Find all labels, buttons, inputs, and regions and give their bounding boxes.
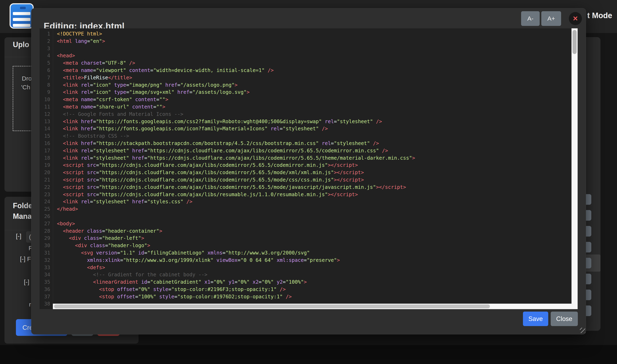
line-number: 18 xyxy=(40,154,53,162)
folder-tree-toggle[interactable]: [-] xyxy=(16,233,21,240)
line-number: 32 xyxy=(40,257,53,264)
code-line: 14 <link href="https://fonts.googleapis.… xyxy=(40,125,572,132)
upload-card-title: Uplo xyxy=(13,40,29,49)
line-number: 15 xyxy=(40,132,53,140)
line-number: 25 xyxy=(40,205,53,213)
line-number: 35 xyxy=(40,278,53,286)
line-number: 4 xyxy=(40,52,53,59)
close-icon[interactable]: ✕ xyxy=(569,12,582,25)
line-number: 6 xyxy=(40,67,53,74)
code-line: 32 xmlns:xlink="http://www.w3.org/1999/x… xyxy=(40,257,572,264)
line-number: 37 xyxy=(40,293,53,300)
logo-drawer-bar xyxy=(13,24,30,27)
code-line: 34 <!-- Gradient for the cabinet body --… xyxy=(40,271,572,278)
code-line: 22 <script src="https://cdnjs.cloudflare… xyxy=(40,183,572,191)
line-number: 3 xyxy=(40,45,53,52)
code-line: 23 <script src="https://cdnjs.cloudflare… xyxy=(40,191,572,198)
line-number: 11 xyxy=(40,103,53,111)
line-number: 20 xyxy=(40,169,53,176)
dropzone-text: Dro xyxy=(22,75,32,82)
code-line: 36 <stop offset="0%" style="stop-color:#… xyxy=(40,286,572,293)
line-number: 26 xyxy=(40,213,53,220)
code-line: 16 <link href="https://stackpath.bootstr… xyxy=(40,140,572,147)
code-line: 1<!DOCTYPE html> xyxy=(40,30,572,38)
logo-drawer-bar xyxy=(13,18,30,21)
line-number: 5 xyxy=(40,59,53,67)
font-increase-button[interactable]: A+ xyxy=(541,11,561,26)
edit-file-modal: Editing: index.html A- A+ ✕ 1<!DOCTYPE h… xyxy=(31,8,586,334)
code-line: 35 <linearGradient id="cabinetGradient" … xyxy=(40,278,572,286)
line-number: 23 xyxy=(40,191,53,198)
line-number: 12 xyxy=(40,111,53,118)
resize-handle-icon[interactable] xyxy=(580,328,585,333)
vertical-scrollbar-thumb[interactable] xyxy=(573,30,577,54)
folder-tree-item[interactable]: r xyxy=(29,301,31,308)
horizontal-scrollbar[interactable] xyxy=(53,304,578,309)
code-line: 3 xyxy=(40,45,572,52)
vertical-scrollbar[interactable] xyxy=(572,28,578,309)
code-line: 8 <link rel="icon" type="image/png" href… xyxy=(40,81,572,89)
folder-tree-item[interactable]: [-] F xyxy=(20,256,31,262)
code-line: 19 <script src="https://cdnjs.cloudflare… xyxy=(40,161,572,169)
code-line: 17 <link rel="stylesheet" href="https://… xyxy=(40,147,572,154)
code-line: 10 <meta name="csrf-token" content=""> xyxy=(40,96,572,103)
code-line: 28 <header class="header-container"> xyxy=(40,227,572,235)
line-number: 1 xyxy=(40,30,53,38)
folder-card-title: Mana xyxy=(13,212,32,221)
code-line: 31 <svg version="1.1" id="filingCabinetL… xyxy=(40,249,572,257)
save-button[interactable]: Save xyxy=(523,312,548,326)
folder-tree-item[interactable]: ( xyxy=(29,234,31,240)
code-line: 27<body> xyxy=(40,220,572,227)
line-number: 22 xyxy=(40,183,53,191)
line-number: 7 xyxy=(40,74,53,81)
dropzone-text: 'Ch xyxy=(21,84,30,91)
code-line: 24 <link rel="stylesheet" href="styles.c… xyxy=(40,198,572,205)
code-editor[interactable]: 1<!DOCTYPE html>2<html lang="en">34<head… xyxy=(40,28,572,309)
code-line: 30 <div class="header-logo"> xyxy=(40,242,572,249)
code-line: 37 <stop offset="100%" style="stop-color… xyxy=(40,293,572,300)
line-number: 9 xyxy=(40,89,53,96)
logo-drawer-handle xyxy=(20,7,26,9)
line-number: 8 xyxy=(40,81,53,89)
folder-tree-toggle[interactable]: [-] xyxy=(24,279,29,286)
code-line: 26 xyxy=(40,213,572,220)
code-line: 5 <meta charset="UTF-8" /> xyxy=(40,59,572,67)
code-line: 13 <link href="https://fonts.googleapis.… xyxy=(40,118,572,125)
code-line: 18 <link rel="stylesheet" href="https://… xyxy=(40,154,572,162)
line-number: 16 xyxy=(40,140,53,147)
line-number: 17 xyxy=(40,147,53,154)
line-number: 33 xyxy=(40,264,53,271)
line-number: 2 xyxy=(40,38,53,45)
font-decrease-button[interactable]: A- xyxy=(521,11,540,26)
line-number: 10 xyxy=(40,96,53,103)
line-number: 27 xyxy=(40,220,53,227)
code-line: 9 <link rel="icon" type="image/svg+xml" … xyxy=(40,89,572,96)
code-line: 12 <!-- Google Fonts and Material Icons … xyxy=(40,111,572,118)
code-line: 29 <div class="header-left"> xyxy=(40,234,572,242)
code-line: 2<html lang="en"> xyxy=(40,38,572,45)
theme-mode-label[interactable]: t Mode xyxy=(587,11,612,20)
app-background: t Mode Uplo Dro 'Ch Folde Mana [-] ( F [… xyxy=(0,0,617,364)
close-button[interactable]: Close xyxy=(551,312,578,326)
code-line: 25</head> xyxy=(40,205,572,213)
folder-card-title: Folde xyxy=(13,201,32,210)
line-number: 30 xyxy=(40,242,53,249)
filerise-logo-icon xyxy=(10,3,34,28)
line-number: 19 xyxy=(40,161,53,169)
code-line: 7 <title>FileRise</title> xyxy=(40,74,572,81)
line-number: 28 xyxy=(40,227,53,235)
line-number: 34 xyxy=(40,271,53,278)
line-number: 38 xyxy=(40,300,53,308)
code-line: 4<head> xyxy=(40,52,572,59)
line-number: 29 xyxy=(40,234,53,242)
line-number: 36 xyxy=(40,286,53,293)
line-number: 14 xyxy=(40,125,53,132)
code-lines: 1<!DOCTYPE html>2<html lang="en">34<head… xyxy=(40,30,572,308)
code-line: 21 <script src="https://cdnjs.cloudflare… xyxy=(40,176,572,183)
page-footer-area xyxy=(0,345,617,364)
horizontal-scrollbar-thumb[interactable] xyxy=(54,304,490,308)
line-number: 31 xyxy=(40,249,53,257)
code-line: 33 <defs> xyxy=(40,264,572,271)
line-number: 21 xyxy=(40,176,53,183)
logo-drawer-bar xyxy=(13,12,30,15)
